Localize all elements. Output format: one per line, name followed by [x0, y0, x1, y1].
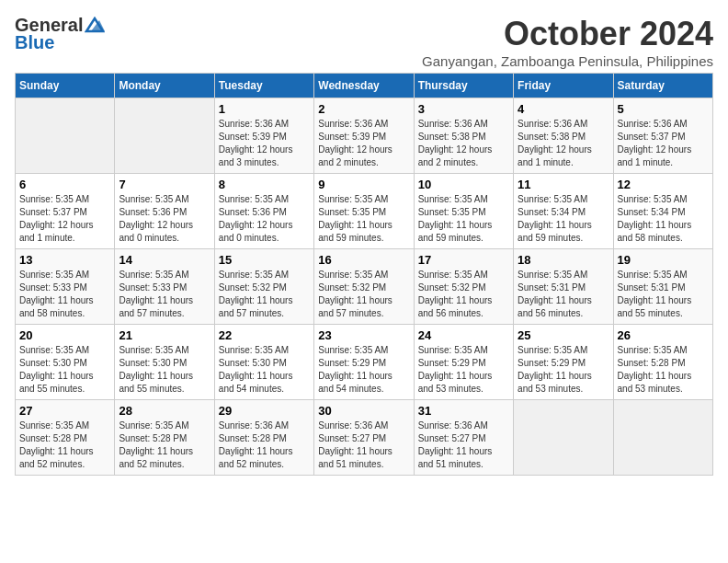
calendar-cell: 3Sunrise: 5:36 AM Sunset: 5:38 PM Daylig…: [414, 98, 513, 174]
header-monday: Monday: [115, 74, 214, 98]
calendar-cell: 27Sunrise: 5:35 AM Sunset: 5:28 PM Dayli…: [16, 400, 115, 476]
day-detail: Sunrise: 5:36 AM Sunset: 5:28 PM Dayligh…: [219, 419, 310, 471]
day-number: 31: [418, 404, 509, 418]
calendar-cell: 16Sunrise: 5:35 AM Sunset: 5:32 PM Dayli…: [314, 249, 414, 325]
day-number: 21: [119, 328, 210, 342]
calendar-week-row: 6Sunrise: 5:35 AM Sunset: 5:37 PM Daylig…: [16, 174, 713, 249]
day-detail: Sunrise: 5:35 AM Sunset: 5:34 PM Dayligh…: [518, 193, 609, 245]
calendar-cell: 11Sunrise: 5:35 AM Sunset: 5:34 PM Dayli…: [514, 174, 613, 249]
day-number: 20: [19, 328, 110, 342]
calendar-cell: 12Sunrise: 5:35 AM Sunset: 5:34 PM Dayli…: [613, 174, 712, 249]
day-number: 13: [19, 253, 110, 267]
day-number: 25: [518, 328, 609, 342]
day-number: 29: [219, 404, 310, 418]
logo-icon: [85, 17, 105, 33]
header-tuesday: Tuesday: [214, 74, 313, 98]
day-detail: Sunrise: 5:35 AM Sunset: 5:28 PM Dayligh…: [119, 419, 210, 471]
day-detail: Sunrise: 5:35 AM Sunset: 5:37 PM Dayligh…: [19, 193, 110, 245]
day-detail: Sunrise: 5:35 AM Sunset: 5:28 PM Dayligh…: [618, 344, 709, 396]
day-detail: Sunrise: 5:35 AM Sunset: 5:31 PM Dayligh…: [518, 269, 609, 320]
day-number: 19: [618, 253, 709, 267]
calendar-cell: 30Sunrise: 5:36 AM Sunset: 5:27 PM Dayli…: [314, 400, 414, 476]
calendar-cell: [514, 400, 613, 476]
day-number: 24: [418, 328, 509, 342]
calendar-cell: 26Sunrise: 5:35 AM Sunset: 5:28 PM Dayli…: [613, 325, 712, 400]
day-detail: Sunrise: 5:36 AM Sunset: 5:38 PM Dayligh…: [418, 118, 509, 169]
day-number: 12: [618, 178, 709, 191]
day-number: 14: [119, 253, 210, 267]
calendar-week-row: 20Sunrise: 5:35 AM Sunset: 5:30 PM Dayli…: [16, 325, 713, 400]
day-number: 30: [318, 404, 409, 418]
calendar-cell: 31Sunrise: 5:36 AM Sunset: 5:27 PM Dayli…: [414, 400, 513, 476]
calendar-week-row: 1Sunrise: 5:36 AM Sunset: 5:39 PM Daylig…: [16, 98, 713, 174]
day-number: 27: [19, 404, 110, 418]
calendar-cell: 5Sunrise: 5:36 AM Sunset: 5:37 PM Daylig…: [613, 98, 712, 174]
logo: General Blue: [15, 15, 105, 53]
calendar-cell: 21Sunrise: 5:35 AM Sunset: 5:30 PM Dayli…: [115, 325, 214, 400]
calendar-cell: 23Sunrise: 5:35 AM Sunset: 5:29 PM Dayli…: [314, 325, 414, 400]
day-number: 16: [318, 253, 409, 267]
day-detail: Sunrise: 5:36 AM Sunset: 5:27 PM Dayligh…: [318, 419, 409, 471]
day-detail: Sunrise: 5:35 AM Sunset: 5:28 PM Dayligh…: [19, 419, 110, 471]
day-number: 7: [119, 178, 210, 191]
day-number: 26: [618, 328, 709, 342]
day-detail: Sunrise: 5:35 AM Sunset: 5:30 PM Dayligh…: [219, 344, 310, 396]
calendar-cell: 15Sunrise: 5:35 AM Sunset: 5:32 PM Dayli…: [214, 249, 313, 325]
calendar-cell: 17Sunrise: 5:35 AM Sunset: 5:32 PM Dayli…: [414, 249, 513, 325]
day-number: 28: [119, 404, 210, 418]
calendar-cell: 8Sunrise: 5:35 AM Sunset: 5:36 PM Daylig…: [214, 174, 313, 249]
header-friday: Friday: [514, 74, 613, 98]
calendar-cell: 13Sunrise: 5:35 AM Sunset: 5:33 PM Dayli…: [16, 249, 115, 325]
calendar-cell: 6Sunrise: 5:35 AM Sunset: 5:37 PM Daylig…: [16, 174, 115, 249]
day-detail: Sunrise: 5:35 AM Sunset: 5:35 PM Dayligh…: [418, 193, 509, 245]
day-detail: Sunrise: 5:35 AM Sunset: 5:33 PM Dayligh…: [19, 269, 110, 320]
day-number: 23: [318, 328, 409, 342]
day-number: 3: [418, 102, 509, 116]
calendar-cell: 24Sunrise: 5:35 AM Sunset: 5:29 PM Dayli…: [414, 325, 513, 400]
day-detail: Sunrise: 5:35 AM Sunset: 5:36 PM Dayligh…: [119, 193, 210, 245]
day-detail: Sunrise: 5:35 AM Sunset: 5:31 PM Dayligh…: [618, 269, 709, 320]
day-detail: Sunrise: 5:36 AM Sunset: 5:37 PM Dayligh…: [618, 118, 709, 169]
calendar-cell: 20Sunrise: 5:35 AM Sunset: 5:30 PM Dayli…: [16, 325, 115, 400]
day-number: 22: [219, 328, 310, 342]
day-number: 17: [418, 253, 509, 267]
day-detail: Sunrise: 5:36 AM Sunset: 5:39 PM Dayligh…: [219, 118, 310, 169]
calendar-cell: 19Sunrise: 5:35 AM Sunset: 5:31 PM Dayli…: [613, 249, 712, 325]
day-detail: Sunrise: 5:35 AM Sunset: 5:29 PM Dayligh…: [518, 344, 609, 396]
calendar-cell: [613, 400, 712, 476]
day-number: 6: [19, 178, 110, 191]
day-number: 15: [219, 253, 310, 267]
day-detail: Sunrise: 5:36 AM Sunset: 5:27 PM Dayligh…: [418, 419, 509, 471]
calendar-cell: 29Sunrise: 5:36 AM Sunset: 5:28 PM Dayli…: [214, 400, 313, 476]
day-number: 2: [318, 102, 409, 116]
day-number: 8: [219, 178, 310, 191]
calendar-cell: 4Sunrise: 5:36 AM Sunset: 5:38 PM Daylig…: [514, 98, 613, 174]
calendar-cell: 14Sunrise: 5:35 AM Sunset: 5:33 PM Dayli…: [115, 249, 214, 325]
month-title: October 2024: [422, 15, 713, 53]
day-detail: Sunrise: 5:35 AM Sunset: 5:32 PM Dayligh…: [318, 269, 409, 320]
day-detail: Sunrise: 5:35 AM Sunset: 5:35 PM Dayligh…: [318, 193, 409, 245]
day-detail: Sunrise: 5:35 AM Sunset: 5:33 PM Dayligh…: [119, 269, 210, 320]
calendar-table: Sunday Monday Tuesday Wednesday Thursday…: [15, 73, 713, 476]
calendar-cell: [16, 98, 115, 174]
location-title: Ganyangan, Zamboanga Peninsula, Philippi…: [422, 53, 713, 69]
calendar-cell: 7Sunrise: 5:35 AM Sunset: 5:36 PM Daylig…: [115, 174, 214, 249]
calendar-cell: 22Sunrise: 5:35 AM Sunset: 5:30 PM Dayli…: [214, 325, 313, 400]
header-saturday: Saturday: [613, 74, 712, 98]
day-number: 18: [518, 253, 609, 267]
calendar-cell: 10Sunrise: 5:35 AM Sunset: 5:35 PM Dayli…: [414, 174, 513, 249]
day-detail: Sunrise: 5:35 AM Sunset: 5:34 PM Dayligh…: [618, 193, 709, 245]
day-detail: Sunrise: 5:35 AM Sunset: 5:30 PM Dayligh…: [19, 344, 110, 396]
calendar-header-row: Sunday Monday Tuesday Wednesday Thursday…: [16, 74, 713, 98]
header-wednesday: Wednesday: [314, 74, 414, 98]
calendar-cell: 2Sunrise: 5:36 AM Sunset: 5:39 PM Daylig…: [314, 98, 414, 174]
day-detail: Sunrise: 5:35 AM Sunset: 5:29 PM Dayligh…: [418, 344, 509, 396]
calendar-cell: 1Sunrise: 5:36 AM Sunset: 5:39 PM Daylig…: [214, 98, 313, 174]
day-number: 1: [219, 102, 310, 116]
day-detail: Sunrise: 5:35 AM Sunset: 5:29 PM Dayligh…: [318, 344, 409, 396]
day-detail: Sunrise: 5:35 AM Sunset: 5:36 PM Dayligh…: [219, 193, 310, 245]
calendar-week-row: 13Sunrise: 5:35 AM Sunset: 5:33 PM Dayli…: [16, 249, 713, 325]
day-number: 9: [318, 178, 409, 191]
day-detail: Sunrise: 5:36 AM Sunset: 5:38 PM Dayligh…: [518, 118, 609, 169]
day-detail: Sunrise: 5:35 AM Sunset: 5:32 PM Dayligh…: [418, 269, 509, 320]
